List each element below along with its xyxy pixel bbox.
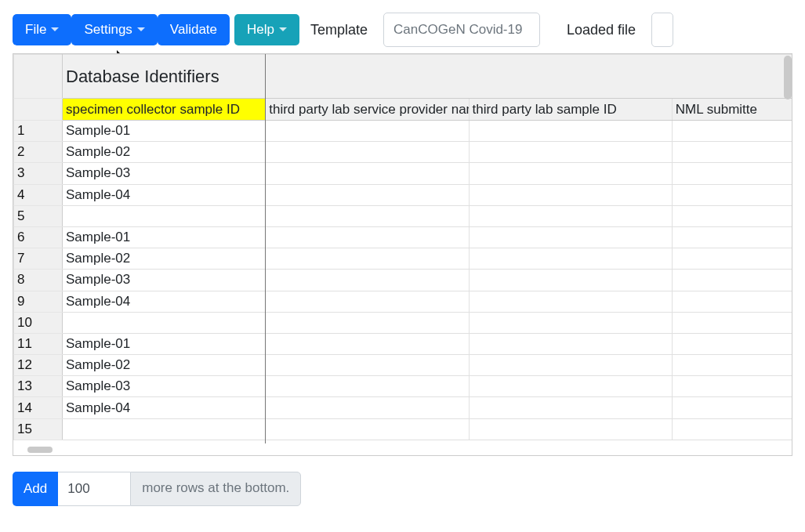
- table-row: 9Sample-04: [14, 291, 792, 312]
- cell[interactable]: [672, 418, 792, 440]
- cell[interactable]: [672, 355, 792, 376]
- row-number[interactable]: 13: [14, 376, 63, 397]
- cell[interactable]: [266, 226, 469, 248]
- vertical-scrollbar-thumb[interactable]: [784, 56, 792, 100]
- cell[interactable]: Sample-03: [63, 163, 266, 184]
- cell[interactable]: Sample-01: [63, 226, 266, 248]
- column-header[interactable]: specimen collector sample ID: [63, 99, 266, 121]
- cell[interactable]: [266, 376, 469, 397]
- cell[interactable]: [469, 333, 672, 354]
- cell[interactable]: [469, 163, 672, 184]
- cell[interactable]: [266, 397, 469, 418]
- cell[interactable]: [469, 312, 672, 333]
- cell[interactable]: Sample-04: [63, 397, 266, 418]
- row-number[interactable]: 12: [14, 355, 63, 376]
- template-select[interactable]: CanCOGeN Covid-19: [383, 13, 540, 47]
- add-rows-suffix: more rows at the bottom.: [130, 472, 301, 506]
- cell[interactable]: [469, 205, 672, 226]
- row-number[interactable]: 15: [14, 418, 63, 440]
- grid-viewport[interactable]: Database Identifiers specimen collector …: [13, 54, 792, 455]
- cell[interactable]: [672, 376, 792, 397]
- column-group-header[interactable]: Database Identifiers: [63, 55, 792, 99]
- cell[interactable]: [672, 248, 792, 270]
- cell[interactable]: [672, 226, 792, 248]
- cell[interactable]: [63, 205, 266, 226]
- cell[interactable]: [469, 291, 672, 312]
- cell[interactable]: Sample-04: [63, 291, 266, 312]
- cell[interactable]: Sample-02: [63, 248, 266, 270]
- cell[interactable]: [63, 312, 266, 333]
- cell[interactable]: [266, 291, 469, 312]
- cell[interactable]: [469, 226, 672, 248]
- cell[interactable]: [63, 418, 266, 440]
- column-header[interactable]: third party lab service provider name: [266, 99, 469, 121]
- cell[interactable]: [469, 121, 672, 142]
- cell[interactable]: [672, 397, 792, 418]
- add-rows-button[interactable]: Add: [13, 472, 58, 506]
- row-number[interactable]: 11: [14, 333, 63, 354]
- cell[interactable]: [469, 248, 672, 270]
- cell[interactable]: [469, 184, 672, 205]
- table-row: 10: [14, 312, 792, 333]
- cell[interactable]: Sample-04: [63, 184, 266, 205]
- corner-cell[interactable]: [14, 55, 63, 99]
- cell[interactable]: Sample-03: [63, 376, 266, 397]
- cell[interactable]: [469, 355, 672, 376]
- cell[interactable]: [672, 142, 792, 163]
- row-number[interactable]: 4: [14, 184, 63, 205]
- cell[interactable]: [266, 184, 469, 205]
- cell[interactable]: [672, 270, 792, 291]
- row-number[interactable]: 10: [14, 312, 63, 333]
- row-number[interactable]: 6: [14, 226, 63, 248]
- cell[interactable]: [266, 355, 469, 376]
- cell[interactable]: [266, 248, 469, 270]
- cell[interactable]: Sample-03: [63, 270, 266, 291]
- cell[interactable]: [266, 418, 469, 440]
- cell[interactable]: [672, 205, 792, 226]
- help-label: Help: [247, 22, 274, 38]
- cell[interactable]: [266, 121, 469, 142]
- column-header[interactable]: third party lab sample ID: [469, 99, 672, 121]
- row-number[interactable]: 14: [14, 397, 63, 418]
- cell[interactable]: Sample-02: [63, 355, 266, 376]
- horizontal-scrollbar-thumb[interactable]: [27, 447, 53, 453]
- cell[interactable]: Sample-02: [63, 142, 266, 163]
- cell[interactable]: [266, 142, 469, 163]
- column-header[interactable]: NML submitte: [672, 99, 792, 121]
- cell[interactable]: [672, 333, 792, 354]
- cell[interactable]: [672, 312, 792, 333]
- validate-button[interactable]: Validate: [158, 14, 230, 45]
- row-number[interactable]: 7: [14, 248, 63, 270]
- settings-menu-button[interactable]: Settings: [71, 14, 157, 45]
- cell[interactable]: [266, 163, 469, 184]
- cell[interactable]: [266, 270, 469, 291]
- cell[interactable]: [672, 121, 792, 142]
- row-number[interactable]: 3: [14, 163, 63, 184]
- cell[interactable]: [266, 333, 469, 354]
- file-menu-button[interactable]: File: [13, 14, 71, 45]
- cell[interactable]: Sample-01: [63, 333, 266, 354]
- cell[interactable]: [469, 376, 672, 397]
- cell[interactable]: [672, 184, 792, 205]
- row-number[interactable]: 1: [14, 121, 63, 142]
- row-number[interactable]: 9: [14, 291, 63, 312]
- help-menu-button[interactable]: Help: [234, 14, 299, 45]
- cell[interactable]: [469, 418, 672, 440]
- table-row: 12Sample-02: [14, 355, 792, 376]
- cell[interactable]: [469, 270, 672, 291]
- cell[interactable]: [672, 163, 792, 184]
- row-count-input[interactable]: [58, 472, 130, 506]
- row-number[interactable]: 2: [14, 142, 63, 163]
- cell[interactable]: [266, 205, 469, 226]
- loaded-file-label: Loaded file: [560, 22, 642, 38]
- cell[interactable]: [469, 142, 672, 163]
- cell[interactable]: Sample-01: [63, 121, 266, 142]
- table-row: 8Sample-03: [14, 270, 792, 291]
- cell[interactable]: [672, 291, 792, 312]
- cell[interactable]: [469, 397, 672, 418]
- row-number[interactable]: 5: [14, 205, 63, 226]
- cell[interactable]: [266, 312, 469, 333]
- file-label: File: [25, 22, 46, 38]
- table-row: 14Sample-04: [14, 397, 792, 418]
- row-number[interactable]: 8: [14, 270, 63, 291]
